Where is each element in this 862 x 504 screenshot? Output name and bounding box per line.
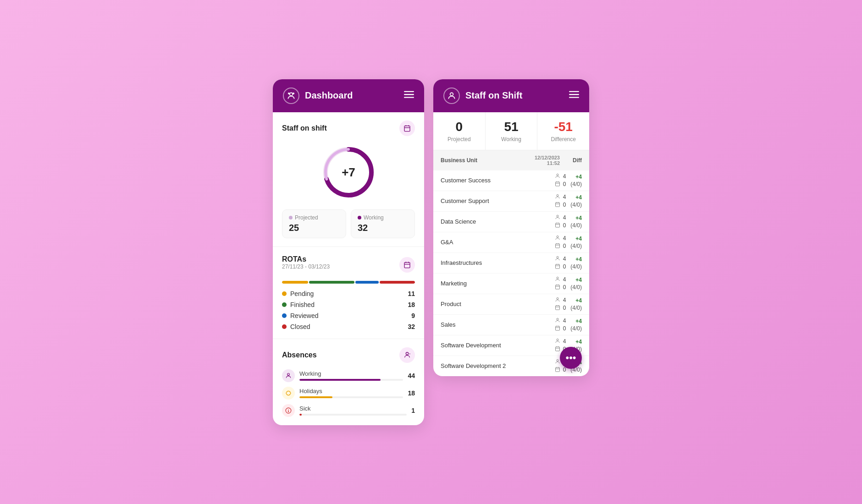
svg-rect-3	[404, 91, 414, 92]
staff-section-title: Staff on shift	[282, 124, 327, 132]
donut-value: +7	[342, 165, 355, 179]
holidays-absence-info: Holidays	[299, 388, 403, 398]
row-nums: 4 0	[555, 235, 566, 250]
rotas-calendar-icon[interactable]	[399, 257, 415, 273]
sick-absence-info: Sick	[299, 405, 407, 416]
menu-icon[interactable]	[404, 89, 414, 102]
dashboard-card: Dashboard Staff on shift	[273, 79, 424, 425]
finished-bar	[309, 281, 354, 284]
row-nums: 4 0	[555, 256, 566, 270]
svg-point-22	[288, 411, 288, 411]
row-unit: G&A	[441, 239, 555, 246]
svg-point-72	[557, 359, 558, 361]
staff-section-header: Staff on shift	[282, 121, 415, 136]
reviewed-count: 9	[411, 312, 415, 319]
shift-table: Business Unit 12/12/2023 11:52 Diff Cust…	[433, 150, 589, 376]
svg-point-1	[293, 92, 294, 94]
svg-point-57	[557, 297, 558, 299]
table-header: Business Unit 12/12/2023 11:52 Diff	[433, 150, 589, 170]
working-stat: Working 32	[351, 209, 415, 238]
row-nums: 4 0	[555, 318, 566, 332]
working-summary: 51 Working	[486, 112, 538, 150]
working-dot	[358, 216, 361, 219]
projected-summary-label: Projected	[439, 136, 480, 142]
svg-point-32	[557, 194, 558, 196]
projected-label: Projected	[289, 214, 339, 221]
staff-calendar-icon[interactable]	[399, 121, 415, 136]
absences-icon[interactable]	[399, 347, 415, 363]
col-date: 12/12/2023 11:52	[535, 155, 560, 166]
svg-rect-4	[404, 94, 414, 95]
working-absence-label: Working	[299, 370, 403, 377]
svg-point-23	[450, 93, 453, 96]
row-unit: Software Development 2	[441, 362, 555, 369]
working-absence-count: 44	[408, 372, 415, 379]
shift-logo	[443, 88, 460, 104]
svg-point-17	[406, 352, 408, 355]
absences-title: Absences	[282, 351, 317, 359]
svg-point-67	[557, 339, 558, 340]
row-unit: Data Science	[441, 218, 555, 225]
shift-panel-wrap: Staff on Shift 0 Projected 51 Working -5…	[433, 79, 589, 376]
sick-bar-fill	[299, 414, 302, 416]
svg-rect-53	[555, 285, 559, 289]
rotas-section: ROTAs 27/11/23 - 03/12/23	[273, 247, 424, 339]
table-row: Sales 4 0 +4 (4/0)	[433, 315, 589, 335]
sick-absence-label: Sick	[299, 405, 407, 412]
shift-menu-icon[interactable]	[569, 89, 579, 102]
table-row: Infraestructures 4 0 +4 (4/0)	[433, 253, 589, 274]
svg-rect-73	[555, 367, 559, 372]
closed-dot	[282, 324, 287, 329]
dashboard-logo	[283, 88, 299, 104]
reviewed-bar	[355, 281, 379, 284]
finished-label: Finished	[290, 301, 404, 308]
row-diff: +4 (4/0)	[570, 194, 582, 208]
row-diff: +4 (4/0)	[570, 256, 582, 270]
svg-rect-68	[555, 347, 559, 351]
working-bar-fill	[299, 379, 381, 381]
table-row: Data Science 4 0 +4 (4/0)	[433, 212, 589, 232]
projected-dot	[289, 216, 293, 219]
absences-section: Absences Working	[273, 339, 424, 425]
pending-count: 11	[408, 290, 415, 297]
holidays-absence-label: Holidays	[299, 388, 403, 394]
svg-point-52	[557, 277, 558, 279]
fab-button[interactable]: •••	[560, 347, 582, 369]
finished-dot	[282, 302, 287, 307]
shift-rows-container: Customer Success 4 0 +4 (4/0)	[433, 170, 589, 376]
sick-absence-icon	[282, 404, 295, 417]
row-unit: Customer Support	[441, 197, 555, 204]
rotas-section-header: ROTAs 27/11/23 - 03/12/23	[282, 255, 415, 274]
shift-title: Staff on Shift	[465, 90, 564, 101]
svg-point-62	[557, 318, 558, 320]
row-unit: Software Development	[441, 342, 555, 349]
row-unit: Product	[441, 301, 555, 307]
working-summary-value: 51	[491, 120, 532, 134]
svg-rect-48	[555, 264, 559, 268]
list-item: Holidays 18	[282, 387, 415, 400]
donut-chart-container: +7	[282, 142, 415, 202]
svg-point-27	[557, 174, 558, 175]
difference-summary-label: Difference	[543, 136, 584, 142]
svg-point-2	[288, 92, 290, 94]
shift-summary-row: 0 Projected 51 Working -51 Difference	[433, 112, 589, 150]
rotas-progress-bar	[282, 281, 415, 284]
col-diff: Diff	[564, 157, 582, 164]
sick-absence-count: 1	[411, 407, 415, 414]
absences-list: Working 44 Holidays	[282, 369, 415, 417]
list-item: Pending 11	[282, 290, 415, 297]
row-nums: 4 0	[555, 194, 566, 208]
svg-point-20	[286, 391, 290, 395]
svg-rect-43	[555, 244, 559, 248]
svg-rect-24	[569, 91, 579, 92]
svg-rect-63	[555, 326, 559, 330]
dashboard-header: Dashboard	[273, 79, 424, 112]
donut-chart: +7	[319, 142, 378, 202]
row-diff: +4 (4/0)	[570, 215, 582, 229]
pending-bar	[282, 281, 308, 284]
list-item: Closed 32	[282, 323, 415, 330]
working-label: Working	[358, 214, 408, 221]
working-absence-bar	[299, 379, 403, 381]
svg-point-19	[287, 373, 290, 375]
list-item: Sick 1	[282, 404, 415, 417]
